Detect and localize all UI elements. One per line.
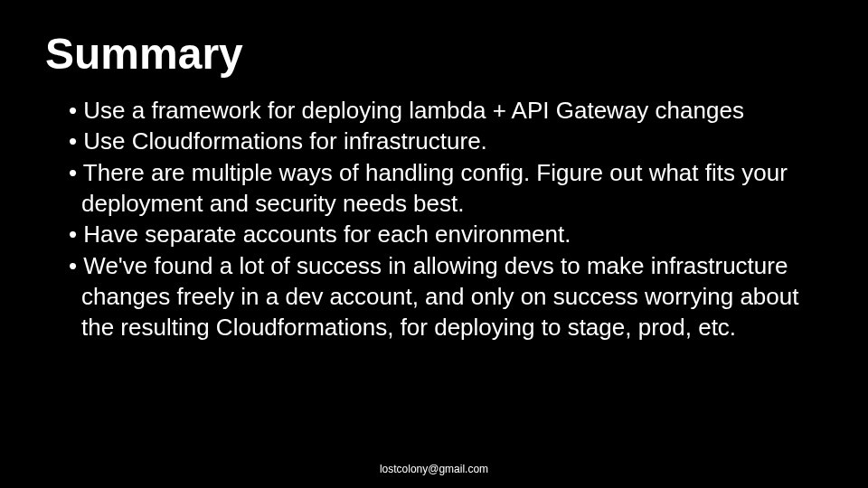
- slide-title: Summary: [45, 29, 823, 79]
- list-item: Use a framework for deploying lambda + A…: [58, 95, 823, 126]
- list-item: Have separate accounts for each environm…: [58, 219, 823, 249]
- slide: Summary Use a framework for deploying la…: [0, 0, 868, 488]
- footer-email: lostcolony@gmail.com: [0, 463, 868, 475]
- list-item: There are multiple ways of handling conf…: [58, 157, 823, 220]
- list-item: Use Cloudformations for infrastructure.: [58, 126, 823, 156]
- bullet-list: Use a framework for deploying lambda + A…: [45, 95, 823, 343]
- list-item: We've found a lot of success in allowing…: [58, 250, 823, 343]
